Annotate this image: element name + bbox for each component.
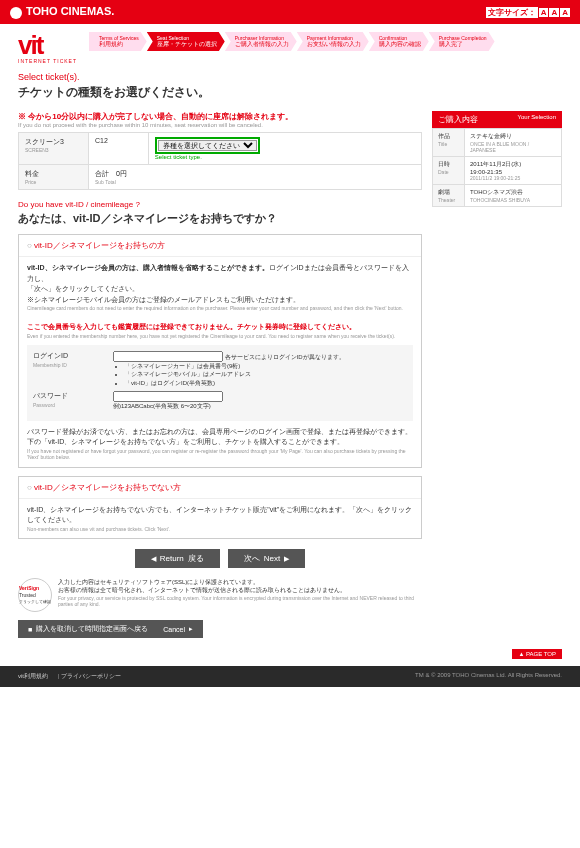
time-warning: ※ 今から10分以内に購入が完了しない場合、自動的に座席は解除されます。: [18, 111, 422, 122]
login-form: ログインIDMembership ID 各サービスによりログインIDが異なります…: [27, 345, 413, 421]
page-title-jp: チケットの種類をお選びください。: [18, 84, 562, 101]
font-size-s[interactable]: A: [539, 8, 549, 17]
nonmember-box-title: vit-ID／シネマイレージをお持ちでない方: [19, 477, 421, 499]
arrow-left-icon: ◀: [151, 555, 156, 563]
ticket-table: スクリーン3SCREEN3 C12 券種を選択してくださいSelect tick…: [18, 132, 422, 190]
step-terms: Terms of Services利用規約: [89, 32, 147, 51]
password-input[interactable]: [113, 391, 223, 402]
font-size-control: 文字サイズ：AAA: [485, 7, 570, 18]
step-confirm: Confirmation購入内容の確認: [369, 32, 429, 51]
footer-link-privacy[interactable]: プライバシーポリシー: [61, 673, 121, 679]
global-header: TOHO CINEMAS. 文字サイズ：AAA: [0, 0, 580, 24]
selection-summary: ご購入内容Your Selection 作品Titleステキな金縛りONCE I…: [432, 111, 562, 638]
verisign-badge[interactable]: VeriSignTrustedクリックして確認: [18, 578, 52, 612]
font-size-m[interactable]: A: [549, 8, 559, 17]
progress-steps: Terms of Services利用規約 Seat Selection座席・チ…: [89, 32, 562, 51]
footer-link-terms[interactable]: vit利用規約: [18, 673, 48, 679]
member-box-title: vit-ID／シネマイレージをお持ちの方: [19, 235, 421, 257]
page-title-en: Select ticket(s).: [18, 72, 562, 82]
trust-section: VeriSignTrustedクリックして確認 入力した内容はセキュリティソフト…: [18, 578, 422, 612]
step-complete: Purchase Completion購入完了: [429, 32, 495, 51]
step-purchaser: Purchaser Informationご購入者情報の入力: [225, 32, 297, 51]
vit-logo: vit INTERNET TICKET: [18, 32, 77, 64]
ticket-type-highlight: 券種を選択してください: [155, 137, 260, 154]
nonmember-box: vit-ID／シネマイレージをお持ちでない方 vit-ID、シネマイレージをお持…: [18, 476, 422, 540]
vitid-heading-en: Do you have vit-ID / cinemileage ?: [18, 200, 422, 209]
login-id-input[interactable]: [113, 351, 223, 362]
time-warning-en: If you do not proceed with the purchase …: [18, 122, 422, 128]
copyright: TM & © 2009 TOHO Cinemas Ltd. All Rights…: [415, 672, 562, 681]
brand-logo: TOHO CINEMAS.: [10, 5, 114, 18]
vitid-heading-jp: あなたは、vit-ID／シネマイレージをお持ちですか？: [18, 211, 422, 226]
back-button[interactable]: ◀Return 戻る: [135, 549, 220, 568]
footer: vit利用規約 | プライバシーポリシー TM & © 2009 TOHO Ci…: [0, 666, 580, 687]
step-seat: Seat Selection座席・チケットの選択: [147, 32, 225, 51]
step-payment: Payment Informationお支払い情報の入力: [297, 32, 369, 51]
member-box: vit-ID／シネマイレージをお持ちの方 vit-ID、シネマイレージ会員の方は…: [18, 234, 422, 468]
ticket-type-select[interactable]: 券種を選択してください: [158, 140, 257, 151]
page-top-link[interactable]: ▲ PAGE TOP: [18, 648, 562, 658]
cancel-button[interactable]: ■ 購入を取消して時間指定画面へ戻る Cancel ▸: [18, 620, 203, 638]
arrow-right-icon: ▶: [284, 555, 289, 563]
font-size-l[interactable]: A: [560, 8, 570, 17]
next-button[interactable]: 次へ Next▶: [228, 549, 305, 568]
